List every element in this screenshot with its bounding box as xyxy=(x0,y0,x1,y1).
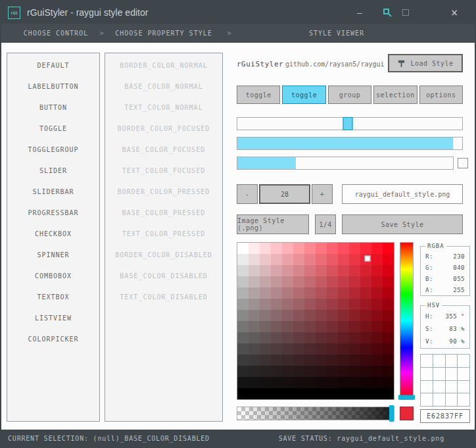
list-item-text-color-focused[interactable]: TEXT_COLOR_FOCUSED xyxy=(105,161,222,182)
progress-bar-fill xyxy=(237,157,296,169)
slider-bar[interactable] xyxy=(237,137,463,150)
section-choose-property-style: CHOOSE PROPERTY STYLE xyxy=(110,24,217,43)
properties-listview: BORDER_COLOR_NORMAL BASE_COLOR_NORMAL TE… xyxy=(105,53,223,422)
current-selection-status: CURRENT SELECTION: (null)_BASE_COLOR_DIS… xyxy=(8,435,210,442)
controls-listview: DEFAULT LABELBUTTON BUTTON TOGGLE TOGGLE… xyxy=(7,53,100,422)
app-logo-icon: rGS xyxy=(8,7,20,19)
list-item-slider[interactable]: SLIDER xyxy=(7,161,99,182)
palette-cell[interactable] xyxy=(446,355,458,367)
list-item-border-color-pressed[interactable]: BORDER_COLOR_PRESSED xyxy=(105,182,222,203)
alpha-marker[interactable] xyxy=(389,405,394,422)
b-value-box[interactable]: 055 xyxy=(453,276,465,282)
h-value: 355 ° xyxy=(445,313,465,320)
chevron-right-icon: > xyxy=(225,24,234,43)
s-label: S: xyxy=(425,326,433,332)
palette-cell[interactable] xyxy=(446,381,458,393)
close-button[interactable]: × xyxy=(444,1,464,24)
slider[interactable] xyxy=(237,117,463,130)
g-value-box[interactable]: 040 xyxy=(453,264,465,271)
toggle-group-item-toggle[interactable]: toggle xyxy=(282,86,325,104)
toggle-button[interactable]: toggle xyxy=(237,86,280,104)
hsv-group-box: HSV H: 355 ° S: 83 % V: 90 % xyxy=(420,305,470,349)
list-item-base-color-pressed[interactable]: BASE_COLOR_PRESSED xyxy=(105,203,222,224)
r-value-box[interactable]: 230 xyxy=(453,253,465,260)
close-icon: × xyxy=(451,6,458,19)
list-item-toggle[interactable]: TOGGLE xyxy=(7,118,99,139)
pin-icon[interactable] xyxy=(377,1,397,24)
list-item-spinner[interactable]: SPINNER xyxy=(7,245,99,266)
checkbox[interactable] xyxy=(458,158,468,168)
list-item-listview[interactable]: LISTVIEW xyxy=(7,308,99,329)
color-panel[interactable] xyxy=(237,242,394,400)
hex-value-box[interactable]: E62837FF xyxy=(420,409,470,423)
palette-cell[interactable] xyxy=(433,381,445,393)
palette-cell[interactable] xyxy=(421,355,433,367)
palette-cell[interactable] xyxy=(433,393,445,406)
palette-cell[interactable] xyxy=(433,368,445,380)
status-bar: CURRENT SELECTION: (null)_BASE_COLOR_DIS… xyxy=(1,430,475,447)
load-style-button[interactable]: Load Style xyxy=(388,54,463,72)
file-name-textbox[interactable]: raygui_default_style.png xyxy=(342,184,463,204)
ratio-button[interactable]: 1/4 xyxy=(315,214,336,234)
rgba-group-label: RGBA xyxy=(425,243,446,249)
toggle-group-item-selection[interactable]: selection xyxy=(373,86,417,104)
list-item-button[interactable]: BUTTON xyxy=(7,97,99,118)
list-item-text-color-disabled[interactable]: TEXT_COLOR_DISABLED xyxy=(105,287,222,308)
palette-cell[interactable] xyxy=(446,393,458,406)
v-value: 90 % xyxy=(449,338,465,345)
slider-handle[interactable] xyxy=(343,117,352,130)
list-item-textbox[interactable]: TEXTBOX xyxy=(7,287,99,308)
list-item-base-color-disabled[interactable]: BASE_COLOR_DISABLED xyxy=(105,266,222,287)
section-style-viewer: STYLE VIEWER xyxy=(238,24,435,43)
h-label: H: xyxy=(425,313,433,320)
palette-cell[interactable] xyxy=(446,368,458,380)
titlebar[interactable]: rGS rGuiStyler - raygui style editor — × xyxy=(1,1,475,24)
rgba-row-a: A: 255 xyxy=(421,284,469,295)
palette-cell[interactable] xyxy=(433,355,445,367)
list-item-border-color-normal[interactable]: BORDER_COLOR_NORMAL xyxy=(105,55,222,76)
list-item-labelbutton[interactable]: LABELBUTTON xyxy=(7,76,99,97)
spinner-plus-button[interactable]: + xyxy=(312,184,333,204)
palette-cell[interactable] xyxy=(458,381,469,393)
chevron-right-icon: > xyxy=(97,24,107,43)
color-cursor[interactable] xyxy=(364,255,370,261)
load-style-label: Load Style xyxy=(410,60,453,67)
list-item-text-color-normal[interactable]: TEXT_COLOR_NORMAL xyxy=(105,97,222,118)
maximize-button[interactable] xyxy=(396,1,416,24)
hue-bar[interactable] xyxy=(400,242,414,400)
section-header-bar: CHOOSE CONTROL > CHOOSE PROPERTY STYLE >… xyxy=(1,24,475,43)
toggle-group-item-options[interactable]: options xyxy=(419,86,463,104)
palette-cell[interactable] xyxy=(421,368,433,380)
spinner-minus-button[interactable]: - xyxy=(237,184,258,204)
slider-bar-fill xyxy=(237,137,453,149)
palette-cell[interactable] xyxy=(421,381,433,393)
palette-cell[interactable] xyxy=(421,393,433,406)
palette-cell[interactable] xyxy=(458,355,469,367)
list-item-colorpicker[interactable]: COLORPICKER xyxy=(7,329,99,350)
save-style-button[interactable]: Save Style xyxy=(342,214,463,234)
progress-bar[interactable] xyxy=(237,157,454,170)
list-item-progressbar[interactable]: PROGRESSBAR xyxy=(7,203,99,224)
a-value-box[interactable]: 255 xyxy=(453,287,465,293)
spinner-value-box[interactable]: 28 xyxy=(259,184,310,204)
toggle-group-item-group[interactable]: group xyxy=(328,86,371,104)
rgba-row-g: G: 040 xyxy=(421,262,469,273)
list-item-togglegroup[interactable]: TOGGLEGROUP xyxy=(7,139,99,161)
palette-cell[interactable] xyxy=(458,393,469,406)
list-item-checkbox[interactable]: CHECKBOX xyxy=(7,224,99,245)
list-item-sliderbar[interactable]: SLIDERBAR xyxy=(7,182,99,203)
list-item-base-color-normal[interactable]: BASE_COLOR_NORMAL xyxy=(105,76,222,97)
list-item-combobox[interactable]: COMBOBOX xyxy=(7,266,99,287)
image-style-button[interactable]: Image Style (.png) xyxy=(237,214,309,234)
repo-link-label: github.com/raysan5/raygui xyxy=(285,61,385,68)
list-item-base-color-focused[interactable]: BASE_COLOR_FOCUSED xyxy=(105,139,222,161)
toggle-group: toggle toggle group selection options xyxy=(237,86,463,104)
palette-cell[interactable] xyxy=(458,368,469,380)
minimize-button[interactable]: — xyxy=(350,1,369,24)
alpha-bar[interactable] xyxy=(237,407,394,420)
list-item-border-color-focused[interactable]: BORDER_COLOR_FOCUSED xyxy=(105,118,222,139)
list-item-border-color-disabled[interactable]: BORDER_COLOR_DISABLED xyxy=(105,245,222,266)
list-item-text-color-pressed[interactable]: TEXT_COLOR_PRESSED xyxy=(105,224,222,245)
list-item-default[interactable]: DEFAULT xyxy=(7,55,99,76)
hue-marker[interactable] xyxy=(398,395,415,399)
